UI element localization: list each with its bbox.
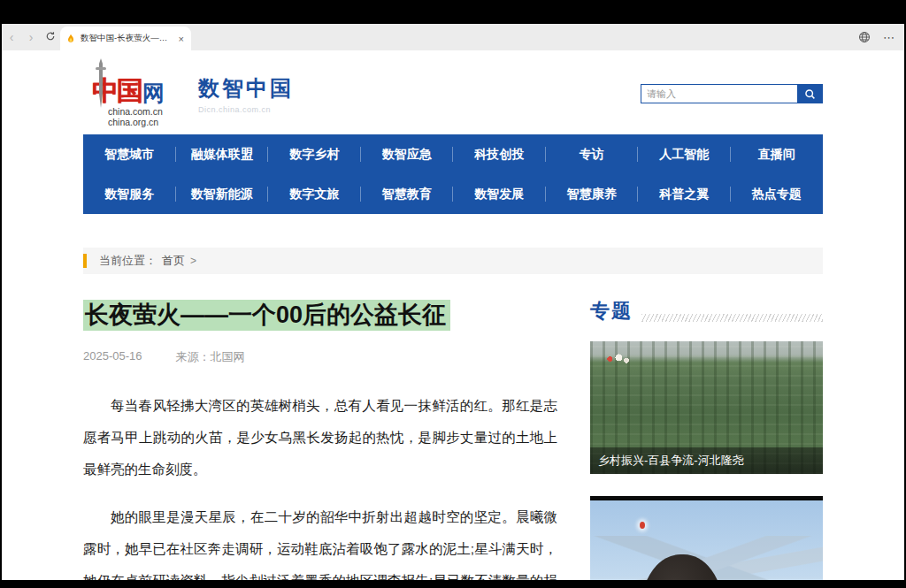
topic-card-landscape[interactable] bbox=[590, 496, 823, 580]
tab-title: 数智中国-长夜萤火——一个0… bbox=[81, 33, 173, 44]
tab-close-icon[interactable]: × bbox=[177, 34, 186, 44]
nav-item[interactable]: 专访 bbox=[546, 134, 639, 174]
article-date: 2025-05-16 bbox=[83, 349, 142, 365]
browser-tab[interactable]: 数智中国-长夜萤火——一个0… × bbox=[60, 27, 191, 50]
site-name: 数智中国 bbox=[198, 74, 294, 103]
site-brand[interactable]: 数智中国 Dicn.china.com.cn bbox=[198, 74, 294, 114]
nav-item[interactable]: 数智发展 bbox=[453, 174, 546, 214]
browser-menu-icon[interactable]: ⋯ bbox=[883, 31, 895, 44]
breadcrumb-arrow: > bbox=[190, 255, 196, 267]
topic-caption: 乡村振兴-百县争流-河北隆尧 bbox=[590, 447, 823, 474]
nav-item[interactable]: 数智服务 bbox=[83, 174, 176, 214]
nav-item[interactable]: 直播间 bbox=[731, 134, 824, 174]
article: 长夜萤火——一个00后的公益长征 2025-05-16 来源：北国网 每当春风轻… bbox=[83, 298, 557, 580]
site-header: 中国网 china.com.cn china.org.cn 数智中国 Dicn.… bbox=[83, 50, 823, 134]
search-button[interactable] bbox=[797, 84, 823, 103]
site-favicon-icon bbox=[65, 34, 76, 44]
search-box bbox=[641, 84, 823, 103]
topic-card-farmland[interactable]: 乡村振兴-百县争流-河北隆尧 bbox=[590, 341, 823, 474]
nav-item[interactable]: 人工智能 bbox=[638, 134, 731, 174]
search-input[interactable] bbox=[641, 84, 797, 103]
globe-icon[interactable] bbox=[858, 31, 871, 43]
article-body: 每当春风轻拂大湾区的英雄树梢头，总有人看见一抹鲜活的红。那红是志愿者马甲上跳动的… bbox=[83, 390, 557, 580]
article-title: 长夜萤火——一个00后的公益长征 bbox=[83, 298, 557, 332]
sidebar: 专题 乡村振兴-百县争流-河北隆尧 bbox=[590, 298, 823, 580]
nav-item[interactable]: 数智应急 bbox=[361, 134, 454, 174]
browser-tab-bar: ‹ › 数智中国-长夜萤火——一个0… × ⋯ bbox=[2, 24, 904, 50]
breadcrumb: 当前位置： 首页 > bbox=[83, 248, 823, 274]
nav-item[interactable]: 智慧康养 bbox=[546, 174, 639, 214]
article-paragraph: 每当春风轻拂大湾区的英雄树梢头，总有人看见一抹鲜活的红。那红是志愿者马甲上跳动的… bbox=[83, 390, 557, 485]
site-domain: Dicn.china.com.cn bbox=[198, 105, 294, 114]
china-net-logo[interactable]: 中国网 china.com.cn china.org.cn bbox=[83, 62, 188, 127]
article-source: 来源：北国网 bbox=[176, 349, 245, 365]
nav-item[interactable]: 热点专题 bbox=[731, 174, 824, 214]
nav-item[interactable]: 融媒体联盟 bbox=[176, 134, 269, 174]
browser-window: ‹ › 数智中国-长夜萤火——一个0… × ⋯ bbox=[2, 24, 904, 580]
nav-item[interactable]: 智慧教育 bbox=[361, 174, 454, 214]
article-paragraph: 她的眼里是漫天星辰，在二十岁的韶华中折射出超越时空的坚定。晨曦微露时，她早已在社… bbox=[83, 501, 557, 580]
back-icon[interactable]: ‹ bbox=[2, 30, 21, 44]
nav-item[interactable]: 科技创投 bbox=[453, 134, 546, 174]
forward-icon[interactable]: › bbox=[21, 30, 41, 44]
breadcrumb-label: 当前位置： bbox=[99, 253, 157, 269]
nav-item[interactable]: 科普之翼 bbox=[638, 174, 731, 214]
red-dot-decoration bbox=[640, 522, 645, 529]
sword-icon bbox=[96, 58, 106, 108]
hatch-decoration bbox=[641, 314, 823, 322]
logo-domain-1: china.com.cn bbox=[108, 106, 188, 117]
search-icon bbox=[804, 88, 816, 100]
nav-row-1: 智慧城市融媒体联盟数字乡村数智应急科技创投专访人工智能直播间 bbox=[83, 134, 823, 174]
reload-icon[interactable] bbox=[41, 30, 60, 44]
logo-domain-2: china.org.cn bbox=[108, 117, 188, 127]
nav-item[interactable]: 数智新能源 bbox=[176, 174, 269, 214]
nav-item[interactable]: 智慧城市 bbox=[83, 134, 176, 174]
image-watermark bbox=[601, 352, 631, 366]
breadcrumb-home-link[interactable]: 首页 bbox=[162, 253, 185, 269]
nav-row-2: 数智服务数智新能源数字文旅智慧教育数智发展智慧康养科普之翼热点专题 bbox=[83, 174, 823, 214]
main-navigation: 智慧城市融媒体联盟数字乡村数智应急科技创投专访人工智能直播间 数智服务数智新能源… bbox=[83, 134, 823, 214]
nav-item[interactable]: 数字乡村 bbox=[268, 134, 361, 174]
sidebar-title: 专题 bbox=[590, 298, 633, 325]
nav-item[interactable]: 数字文旅 bbox=[268, 174, 361, 214]
breadcrumb-accent-bar bbox=[83, 254, 87, 268]
logo-net-text: 网 bbox=[142, 82, 165, 104]
